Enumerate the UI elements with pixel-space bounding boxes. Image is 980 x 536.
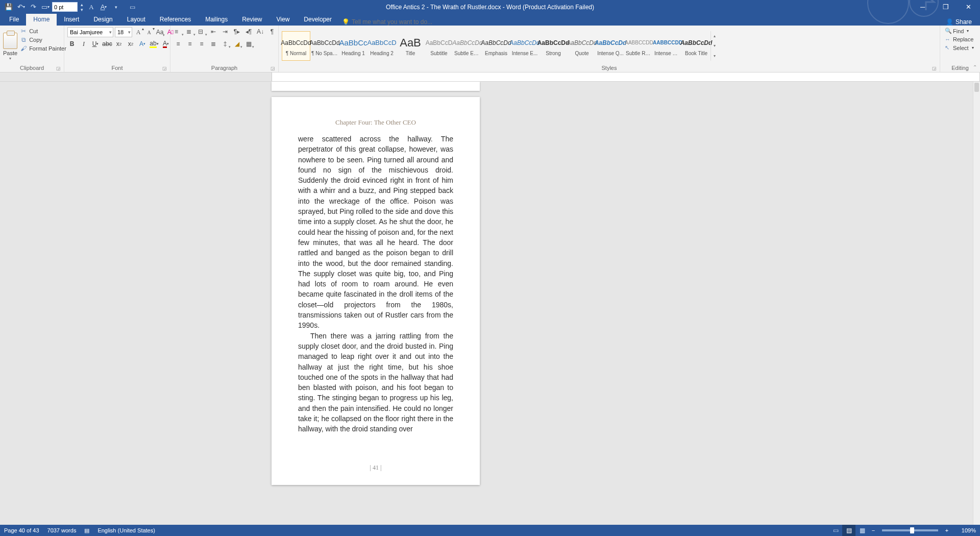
tab-mailings[interactable]: Mailings <box>198 14 235 26</box>
underline-button[interactable]: U▾ <box>91 39 100 48</box>
ltr-icon[interactable]: ¶▸ <box>232 27 241 36</box>
zoom-out-button[interactable]: − <box>869 527 878 533</box>
share-button[interactable]: 👤 Share <box>942 18 976 26</box>
zoom-slider[interactable] <box>882 529 938 531</box>
horizontal-ruler[interactable] <box>0 72 980 82</box>
align-right-icon[interactable]: ≡ <box>197 39 206 48</box>
font-size-combo[interactable]: 18 <box>115 27 132 37</box>
style-intense-q-[interactable]: AaBbCcDdIntense Q... <box>596 31 625 61</box>
web-layout-icon[interactable]: ▦ <box>855 525 869 536</box>
borders-icon[interactable]: ▦▾ <box>244 39 253 48</box>
tab-insert[interactable]: Insert <box>57 14 86 26</box>
tab-view[interactable]: View <box>270 14 297 26</box>
justify-icon[interactable]: ≣ <box>209 39 218 48</box>
minimize-button[interactable]: ─ <box>911 0 934 14</box>
maximize-button[interactable]: ❐ <box>934 0 957 14</box>
style-subtle-em-[interactable]: AaBbCcDdSubtle Em... <box>453 31 482 61</box>
zoom-in-button[interactable]: + <box>942 527 951 533</box>
rtl-icon[interactable]: ◂¶ <box>244 27 253 36</box>
zoom-level[interactable]: 109% <box>951 527 976 533</box>
style-intense-re-[interactable]: AABBCCDDIntense Re... <box>653 31 682 61</box>
tell-me-input[interactable] <box>352 18 464 26</box>
clipboard-launcher-icon[interactable]: ◲ <box>56 66 61 71</box>
tab-developer[interactable]: Developer <box>297 14 339 26</box>
bold-button[interactable]: B <box>67 39 77 48</box>
superscript-button[interactable]: x2 <box>126 39 135 48</box>
status-proofing-icon[interactable]: ▤ <box>84 527 89 534</box>
page-canvas[interactable]: Chapter Four: The Other CEO were scatter… <box>0 82 973 525</box>
style-book-title[interactable]: AaBbCcDdBook Title <box>682 31 710 61</box>
numbering-icon[interactable]: ≣▾ <box>185 27 194 36</box>
scroll-thumb[interactable] <box>974 83 979 92</box>
align-left-icon[interactable]: ≡ <box>174 39 183 48</box>
spacing-input[interactable] <box>52 2 78 12</box>
font-name-combo[interactable]: Bai Jamjuree <box>67 27 113 37</box>
style-title[interactable]: AaBTitle <box>396 31 425 61</box>
style-heading-2[interactable]: AaBbCcDHeading 2 <box>368 31 396 61</box>
zoom-knob[interactable] <box>910 527 914 533</box>
multilevel-list-icon[interactable]: ⊟▾ <box>197 27 206 36</box>
line-spacing-icon[interactable]: ‡▾ <box>220 39 230 48</box>
ribbon-display-options-icon[interactable]: ▭ <box>125 4 140 11</box>
text-effects-icon[interactable]: A▾ <box>138 39 147 48</box>
increase-indent-icon[interactable]: ⇥ <box>220 27 230 36</box>
copy-button[interactable]: ⧉Copy <box>18 36 68 44</box>
font-launcher-icon[interactable]: ◲ <box>162 66 167 71</box>
style--no-spac-[interactable]: AaBbCcDd¶ No Spac... <box>310 31 339 61</box>
tab-home[interactable]: Home <box>26 14 57 26</box>
paragraph-2[interactable]: Then there was a jarring rattling from t… <box>298 331 453 434</box>
style-heading-1[interactable]: AaBbCcHeading 1 <box>339 31 368 61</box>
paste-button[interactable]: Paste ▾ <box>3 27 17 61</box>
shrink-font-icon[interactable]: A▾ <box>144 28 154 37</box>
sort-icon[interactable]: A↓ <box>256 27 265 36</box>
paragraph-launcher-icon[interactable]: ◲ <box>271 66 275 71</box>
font-color-icon[interactable]: A▾ <box>161 39 170 48</box>
style-quote[interactable]: AaBbCcDdQuote <box>568 31 596 61</box>
tab-design[interactable]: Design <box>86 14 119 26</box>
tab-references[interactable]: References <box>153 14 198 26</box>
styles-launcher-icon[interactable]: ◲ <box>932 66 937 71</box>
spinner[interactable]: ▴▾ <box>79 2 85 13</box>
style-intense-e-[interactable]: AaBbCcDdIntense E... <box>510 31 539 61</box>
collapse-ribbon-icon[interactable]: ⌃ <box>973 64 977 70</box>
bullets-icon[interactable]: ≡▾ <box>174 27 183 36</box>
close-button[interactable]: ✕ <box>957 0 980 14</box>
save-icon[interactable]: 💾 <box>3 2 14 13</box>
status-page[interactable]: Page 40 of 43 <box>4 527 39 533</box>
style-subtle-ref-[interactable]: AABBCCDDSubtle Ref... <box>625 31 653 61</box>
style-emphasis[interactable]: AaBbCcDdEmphasis <box>482 31 510 61</box>
status-words[interactable]: 7037 words <box>47 527 77 533</box>
qat-button[interactable]: ▭▾ <box>40 2 51 13</box>
format-painter-button[interactable]: 🖌Format Painter <box>18 44 68 53</box>
style--normal[interactable]: AaBbCcDd¶ Normal <box>282 31 310 61</box>
shading-icon[interactable]: ◢▾ <box>232 39 241 48</box>
qat-underline-icon[interactable]: A▾ <box>98 2 109 13</box>
tab-layout[interactable]: Layout <box>120 14 153 26</box>
subscript-button[interactable]: x2 <box>114 39 124 48</box>
cut-button[interactable]: ✂Cut <box>18 27 68 35</box>
align-center-icon[interactable]: ≡ <box>185 39 194 48</box>
italic-button[interactable]: I <box>79 39 88 48</box>
decrease-indent-icon[interactable]: ⇤ <box>209 27 218 36</box>
strikethrough-button[interactable]: abc <box>103 39 112 48</box>
change-case-icon[interactable]: Aa▾ <box>155 28 164 37</box>
style-strong[interactable]: AaBbCcDdStrong <box>539 31 568 61</box>
grow-font-icon[interactable]: A▴ <box>134 28 143 37</box>
redo-icon[interactable]: ↷ <box>28 2 39 13</box>
tab-review[interactable]: Review <box>235 14 269 26</box>
status-language[interactable]: English (United States) <box>97 527 155 533</box>
print-layout-icon[interactable]: ▤ <box>842 525 855 536</box>
tell-me[interactable]: 💡 <box>342 18 464 26</box>
vertical-scrollbar[interactable] <box>973 82 980 525</box>
show-marks-icon[interactable]: ¶ <box>267 27 277 36</box>
select-button[interactable]: ↖Select▾ <box>943 44 975 52</box>
styles-more-button[interactable]: ▴▾▾ <box>710 31 718 61</box>
replace-button[interactable]: ↔Replace <box>943 36 975 43</box>
undo-icon[interactable]: ↶▾ <box>15 2 27 13</box>
style-subtitle[interactable]: AaBbCcDSubtitle <box>425 31 453 61</box>
qat-customize-icon[interactable]: ▾ <box>110 2 121 13</box>
tab-file[interactable]: File <box>2 14 26 26</box>
find-button[interactable]: 🔍Find▾ <box>943 27 975 35</box>
qat-font-grow-icon[interactable]: A <box>86 2 97 13</box>
page-body[interactable]: were scattered across the hallway. The p… <box>272 127 480 434</box>
